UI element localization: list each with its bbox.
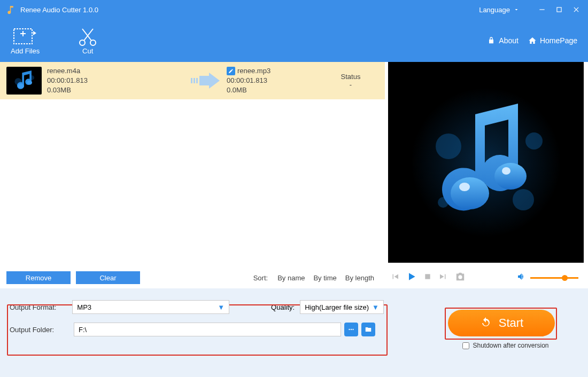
svg-rect-11 — [191, 78, 192, 83]
language-label: Language — [479, 6, 510, 14]
homepage-link[interactable]: HomePage — [528, 36, 577, 45]
clear-button[interactable]: Clear — [76, 271, 140, 284]
sort-by-time[interactable]: By time — [313, 274, 336, 282]
homepage-label: HomePage — [540, 36, 577, 45]
svg-rect-1 — [557, 7, 561, 12]
start-label: Start — [499, 316, 523, 330]
start-button[interactable]: Start — [448, 310, 555, 336]
play-button[interactable] — [406, 271, 417, 284]
remove-button[interactable]: Remove — [6, 271, 71, 284]
preview-viewport — [388, 62, 584, 263]
add-files-button[interactable]: Add Files — [11, 27, 40, 55]
destination-duration: 00:00:01.813 — [227, 76, 323, 85]
about-link[interactable]: About — [487, 36, 519, 45]
volume-icon[interactable] — [516, 272, 526, 284]
svg-point-24 — [349, 329, 350, 330]
output-settings: Output Format: MP3 ▼ Quality: High(Large… — [10, 300, 384, 336]
output-format-label: Output Format: — [10, 303, 72, 311]
refresh-icon — [479, 317, 492, 329]
shutdown-label: Shutdown after conversion — [473, 342, 548, 349]
player-controls — [385, 267, 584, 288]
scissors-icon — [77, 27, 98, 47]
svg-point-22 — [502, 167, 510, 175]
minimize-button[interactable] — [537, 4, 547, 15]
svg-point-16 — [525, 132, 543, 150]
output-format-select[interactable]: MP3 ▼ — [72, 300, 229, 314]
close-button[interactable] — [571, 4, 582, 15]
chevron-down-icon: ▼ — [372, 303, 379, 311]
next-button[interactable] — [438, 272, 448, 284]
sort-by-length[interactable]: By length — [345, 274, 374, 282]
add-files-label: Add Files — [11, 47, 40, 55]
source-name: renee.m4a — [47, 66, 184, 76]
app-title: Renee Audio Cutter 1.0.0 — [20, 6, 479, 14]
svg-rect-23 — [425, 274, 430, 279]
maximize-button[interactable] — [554, 4, 564, 15]
destination-name: renee.mp3 — [237, 66, 270, 76]
cut-button[interactable]: Cut — [77, 27, 98, 55]
bottom-panel: Output Format: MP3 ▼ Quality: High(Large… — [0, 288, 588, 377]
svg-point-21 — [459, 183, 470, 191]
music-note-preview-icon — [411, 88, 561, 237]
file-list: renee.m4a 00:00:01.813 0.03MB renee.mp3 — [0, 62, 385, 267]
snapshot-button[interactable] — [454, 272, 466, 284]
file-thumbnail — [6, 67, 42, 95]
start-area: Start Shutdown after conversion — [448, 310, 555, 349]
svg-rect-4 — [22, 31, 24, 36]
app-icon — [6, 5, 16, 14]
more-button[interactable] — [344, 323, 358, 336]
output-format-value: MP3 — [77, 303, 91, 311]
source-duration: 00:00:01.813 — [47, 76, 184, 85]
shutdown-checkbox[interactable]: Shutdown after conversion — [462, 342, 548, 349]
stop-button[interactable] — [423, 272, 432, 283]
svg-point-9 — [18, 84, 24, 89]
svg-point-5 — [80, 40, 85, 45]
quality-select[interactable]: High(Larger file size) ▼ — [300, 300, 384, 314]
svg-point-26 — [352, 329, 353, 330]
source-size: 0.03MB — [47, 85, 184, 95]
about-label: About — [499, 36, 519, 45]
add-files-icon — [13, 27, 37, 47]
status-column: Status - — [323, 73, 378, 89]
cut-label: Cut — [82, 47, 93, 55]
volume-slider[interactable] — [530, 277, 578, 279]
sort-by-name[interactable]: By name — [277, 274, 305, 282]
svg-point-25 — [351, 329, 352, 330]
home-icon — [528, 36, 537, 45]
svg-point-19 — [451, 177, 489, 209]
svg-point-6 — [90, 40, 96, 45]
status-header: Status — [323, 73, 378, 81]
prev-button[interactable] — [390, 272, 400, 284]
quality-label: Quality: — [271, 303, 295, 311]
destination-size: 0.0MB — [227, 85, 323, 95]
language-selector[interactable]: Language — [479, 6, 520, 14]
file-row[interactable]: renee.m4a 00:00:01.813 0.03MB renee.mp3 — [0, 62, 385, 99]
svg-point-17 — [513, 189, 534, 210]
svg-point-10 — [27, 81, 33, 85]
svg-rect-13 — [196, 78, 198, 83]
browse-folder-button[interactable] — [361, 323, 375, 336]
source-info: renee.m4a 00:00:01.813 0.03MB — [47, 66, 184, 96]
chevron-down-icon — [513, 6, 520, 13]
edit-icon[interactable] — [227, 67, 235, 75]
svg-point-15 — [436, 133, 461, 159]
volume-control — [516, 272, 578, 284]
shutdown-checkbox-input[interactable] — [462, 342, 469, 349]
svg-rect-12 — [194, 78, 195, 83]
title-bar: Renee Audio Cutter 1.0.0 Language — [0, 0, 588, 19]
convert-arrow-icon — [184, 73, 227, 89]
lock-icon — [487, 36, 496, 45]
svg-point-20 — [494, 163, 527, 190]
ribbon-toolbar: Add Files Cut About HomePage — [0, 19, 588, 62]
quality-value: High(Larger file size) — [305, 303, 369, 311]
list-footer: Remove Clear Sort: By name By time By le… — [0, 267, 385, 288]
main-area: renee.m4a 00:00:01.813 0.03MB renee.mp3 — [0, 62, 588, 288]
destination-info: renee.mp3 00:00:01.813 0.0MB — [227, 66, 323, 96]
status-value: - — [323, 81, 378, 89]
output-folder-label: Output Folder: — [10, 326, 74, 334]
left-panel: renee.m4a 00:00:01.813 0.03MB renee.mp3 — [0, 62, 385, 288]
output-folder-input[interactable] — [74, 323, 341, 336]
svg-rect-0 — [539, 9, 544, 10]
chevron-down-icon: ▼ — [218, 303, 225, 311]
sort-label: Sort: — [253, 274, 268, 282]
